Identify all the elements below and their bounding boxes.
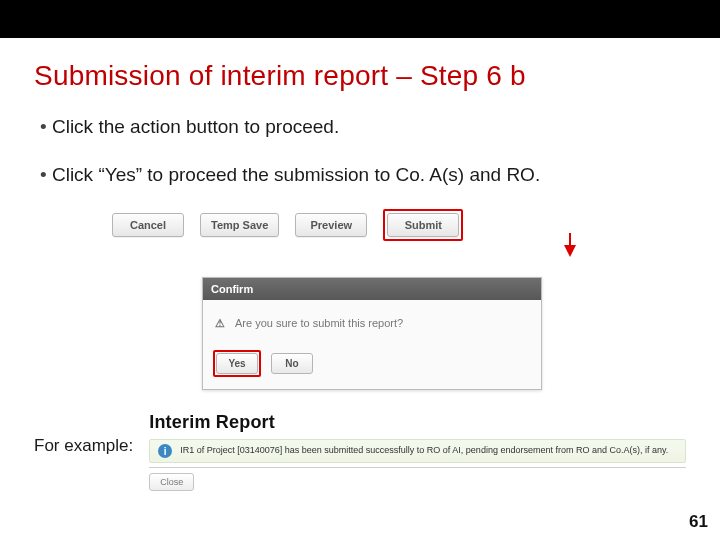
interim-report-panel: Interim Report i IR1 of Project [0314007… <box>149 412 686 491</box>
preview-button[interactable]: Preview <box>295 213 367 237</box>
top-black-bar <box>0 0 720 38</box>
dialog-message: Are you sure to submit this report? <box>235 317 403 329</box>
warning-icon: ⚠ <box>213 316 227 330</box>
arrow-down-icon <box>564 245 576 257</box>
yes-highlight: Yes <box>213 350 261 377</box>
no-button[interactable]: No <box>271 353 313 374</box>
instruction-list: Click the action button to proceed. Clic… <box>34 114 686 187</box>
page-title: Submission of interim report – Step 6 b <box>34 60 686 92</box>
slide-content: Submission of interim report – Step 6 b … <box>0 38 720 491</box>
page-number: 61 <box>689 512 708 532</box>
action-button-row: Cancel Temp Save Preview Submit <box>112 209 686 241</box>
dialog-body: ⚠ Are you sure to submit this report? <box>203 300 541 340</box>
interim-message: IR1 of Project [03140076] has been submi… <box>180 445 668 457</box>
cancel-button[interactable]: Cancel <box>112 213 184 237</box>
close-button[interactable]: Close <box>149 473 194 491</box>
submit-button[interactable]: Submit <box>387 213 459 237</box>
dialog-footer: Yes No <box>203 340 541 389</box>
bullet-1: Click the action button to proceed. <box>40 114 686 140</box>
dialog-header: Confirm <box>203 278 541 300</box>
yes-button[interactable]: Yes <box>216 353 258 374</box>
interim-message-row: i IR1 of Project [03140076] has been sub… <box>149 439 686 463</box>
submit-highlight: Submit <box>383 209 463 241</box>
interim-report-heading: Interim Report <box>149 412 686 433</box>
confirm-dialog: Confirm ⚠ Are you sure to submit this re… <box>202 277 542 390</box>
info-icon: i <box>158 444 172 458</box>
example-block: For example: Interim Report i IR1 of Pro… <box>34 412 686 491</box>
bullet-2: Click “Yes” to proceed the submission to… <box>40 162 686 188</box>
interim-close-row: Close <box>149 467 686 491</box>
for-example-label: For example: <box>34 436 133 456</box>
temp-save-button[interactable]: Temp Save <box>200 213 279 237</box>
